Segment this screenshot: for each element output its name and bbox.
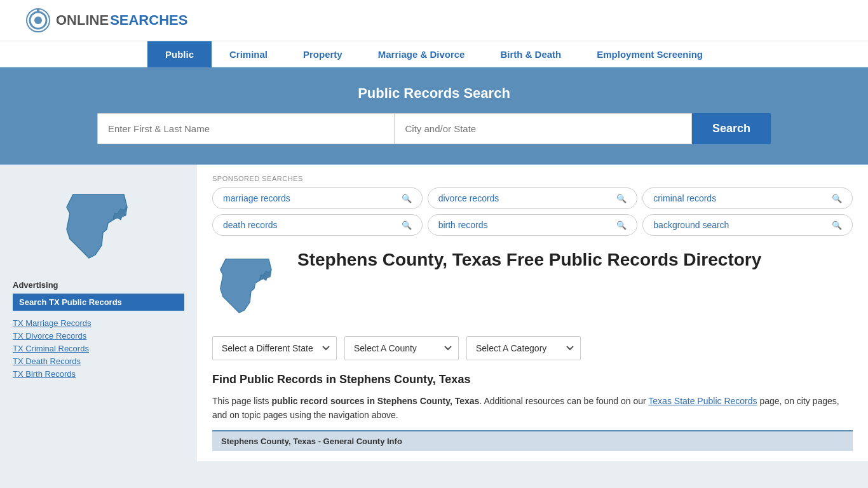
find-desc-start: This page lists	[212, 396, 271, 406]
sidebar-link-birth[interactable]: TX Birth Records	[13, 369, 76, 379]
sponsored-tag-birth[interactable]: birth records 🔍	[428, 214, 638, 236]
nav-employment[interactable]: Employment Screening	[579, 41, 721, 67]
dropdowns-row: Select a Different State Select A County…	[212, 336, 853, 360]
sponsored-tag-divorce[interactable]: divorce records 🔍	[428, 187, 638, 209]
sidebar-link-criminal[interactable]: TX Criminal Records	[13, 344, 89, 353]
search-icon: 🔍	[402, 194, 412, 203]
name-input[interactable]	[97, 113, 394, 144]
sponsored-tag-label: death records	[223, 220, 278, 230]
sponsored-tag-marriage[interactable]: marriage records 🔍	[212, 187, 423, 209]
site-header: ONLINE SEARCHES	[0, 0, 868, 41]
sidebar: Advertising Search TX Public Records TX …	[0, 165, 197, 461]
texas-map-container	[13, 185, 184, 268]
search-icon: 🔍	[402, 220, 412, 230]
page-heading: Stephens County, Texas Free Public Recor…	[212, 248, 853, 323]
logo-text: ONLINE SEARCHES	[56, 12, 187, 29]
list-item: TX Death Records	[13, 355, 184, 367]
texas-map-small-container	[212, 251, 282, 323]
logo-online-text: ONLINE	[56, 12, 109, 29]
sponsored-label: SPONSORED SEARCHES	[212, 175, 853, 182]
sponsored-tag-label: background search	[653, 220, 729, 230]
advertising-label: Advertising	[13, 280, 184, 290]
category-dropdown[interactable]: Select A Category	[466, 336, 581, 360]
sponsored-tag-label: marriage records	[223, 193, 290, 203]
list-item: TX Criminal Records	[13, 342, 184, 354]
sponsored-tag-label: divorce records	[438, 193, 499, 203]
find-desc-middle: . Additional resources can be found on o…	[479, 396, 648, 406]
svg-point-2	[34, 17, 42, 24]
main-layout: Advertising Search TX Public Records TX …	[0, 165, 868, 461]
texas-map-small-icon	[212, 251, 282, 321]
main-nav: Public Criminal Property Marriage & Divo…	[0, 41, 868, 67]
nav-property[interactable]: Property	[285, 41, 360, 67]
nav-public[interactable]: Public	[147, 41, 212, 67]
sidebar-link-marriage[interactable]: TX Marriage Records	[13, 318, 92, 328]
logo[interactable]: ONLINE SEARCHES	[25, 8, 187, 33]
search-icon: 🔍	[832, 220, 842, 230]
sidebar-links: TX Marriage Records TX Divorce Records T…	[13, 317, 184, 379]
sidebar-link-death[interactable]: TX Death Records	[13, 356, 81, 366]
find-section-title: Find Public Records in Stephens County, …	[212, 373, 853, 386]
find-desc-bold: public record sources in Stephens County…	[271, 396, 479, 406]
logo-icon	[25, 8, 51, 33]
sponsored-tag-death[interactable]: death records 🔍	[212, 214, 423, 236]
list-item: TX Marriage Records	[13, 317, 184, 329]
nav-marriage-divorce[interactable]: Marriage & Divorce	[360, 41, 483, 67]
sponsored-tag-label: criminal records	[653, 193, 716, 203]
hero-title: Public Records Search	[25, 85, 843, 102]
search-hero: Public Records Search Search	[0, 67, 868, 165]
find-description: This page lists public record sources in…	[212, 394, 853, 423]
page-title: Stephens County, Texas Free Public Recor…	[297, 248, 761, 271]
list-item: TX Divorce Records	[13, 330, 184, 341]
search-icon: 🔍	[616, 194, 627, 203]
sidebar-link-divorce[interactable]: TX Divorce Records	[13, 331, 86, 341]
city-input[interactable]	[394, 113, 691, 144]
search-button[interactable]: Search	[692, 113, 771, 144]
sponsored-grid: marriage records 🔍 divorce records 🔍 cri…	[212, 187, 853, 236]
sponsored-tag-background[interactable]: background search 🔍	[642, 214, 853, 236]
general-info-bar: Stephens County, Texas - General County …	[212, 430, 853, 451]
sponsored-tag-label: birth records	[438, 220, 488, 230]
ad-button[interactable]: Search TX Public Records	[13, 294, 184, 311]
search-form: Search	[97, 113, 771, 144]
texas-map-icon	[57, 185, 140, 268]
list-item: TX Birth Records	[13, 368, 184, 379]
sponsored-tag-criminal[interactable]: criminal records 🔍	[642, 187, 853, 209]
texas-state-link[interactable]: Texas State Public Records	[648, 396, 757, 406]
main-content: SPONSORED SEARCHES marriage records 🔍 di…	[197, 165, 868, 461]
logo-searches-text: SEARCHES	[110, 12, 187, 29]
county-dropdown[interactable]: Select A County	[344, 336, 459, 360]
nav-birth-death[interactable]: Birth & Death	[482, 41, 579, 67]
search-icon: 🔍	[832, 194, 842, 203]
search-icon: 🔍	[616, 220, 627, 230]
state-dropdown[interactable]: Select a Different State	[212, 336, 337, 360]
nav-criminal[interactable]: Criminal	[212, 41, 285, 67]
